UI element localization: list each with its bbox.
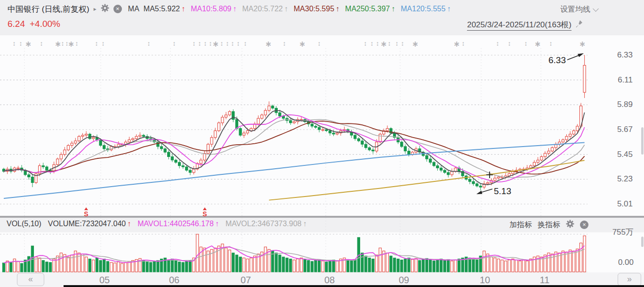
svg-text:↕: ↕	[524, 40, 528, 47]
set-ma-button[interactable]: 设置均线	[560, 5, 598, 15]
ma-group-label: MA	[128, 5, 139, 13]
right-scrollbar-thumb-2[interactable]	[641, 237, 644, 247]
scroll-left-button[interactable]: «	[17, 273, 44, 286]
chart-canvas[interactable]: ↕↕∗↕∗↕↕∗↕↕↕↕↕↕↕↕↕∗↕↕↕↕↕∗↕∗↕↕↕↕∗↕↕↕∗∗↕↕↕↕…	[0, 0, 644, 287]
price-axis-label: 6.11	[618, 75, 633, 85]
svg-text:S: S	[84, 210, 88, 218]
svg-text:∗: ∗	[265, 40, 272, 49]
vol-indicator-item: MAVOL2:3467373.908↑	[225, 220, 307, 228]
month-label: 07	[241, 275, 251, 286]
price-axis-label: 5.89	[617, 100, 633, 109]
vol-indicator-item: VOLUME:7232047.040↑	[48, 220, 131, 228]
ma-values-row: MA5:5.922↑MA10:5.809↑MA20:5.722↑MA30:5.5…	[144, 5, 452, 13]
svg-text:∗: ∗	[380, 40, 387, 49]
svg-text:↕: ↕	[40, 40, 43, 47]
ma-item: MA250:5.397↑	[345, 5, 395, 13]
svg-text:∗: ∗	[68, 40, 74, 49]
set-ma-label: 设置均线	[560, 5, 590, 15]
switch-indicator-button[interactable]: 换指标	[538, 220, 560, 230]
date-range-link[interactable]: 2025/3/24-2025/11/20(163根)	[467, 19, 572, 31]
svg-text:S: S	[202, 210, 207, 218]
svg-text:∗: ∗	[579, 40, 586, 49]
vol-close-icon[interactable]: ×	[580, 221, 588, 229]
ma-item: MA10:5.809↑	[191, 5, 236, 13]
gear-icon[interactable]	[101, 4, 109, 14]
volume-indicator-row: VOL(5,10)VOLUME:7232047.040↑MAVOL1:44025…	[7, 220, 306, 228]
svg-text:↕: ↕	[95, 40, 98, 47]
svg-text:↕: ↕	[237, 40, 240, 47]
ma-item: MA20:5.722↑	[242, 5, 288, 13]
svg-text:↕: ↕	[462, 40, 465, 47]
ma-item: MA30:5.595↑	[294, 5, 339, 13]
add-indicator-button[interactable]: 加指标	[509, 220, 532, 230]
bottom-bar	[64, 285, 644, 287]
svg-text:↕: ↕	[549, 40, 553, 47]
vol-indicator-item: VOL(5,10)	[7, 220, 41, 228]
svg-text:↕: ↕	[496, 40, 499, 47]
svg-text:∗: ∗	[55, 40, 61, 49]
volume-axis-label: 755万	[612, 227, 634, 238]
svg-text:∗: ∗	[299, 40, 306, 49]
month-label: 06	[169, 275, 179, 286]
price-axis-label: 6.33	[617, 50, 633, 60]
svg-text:↕: ↕	[13, 40, 16, 47]
svg-text:↕: ↕	[220, 40, 224, 47]
svg-text:↕: ↕	[318, 40, 321, 47]
svg-text:↕: ↕	[283, 40, 286, 47]
svg-text:↕: ↕	[204, 40, 207, 47]
svg-text:↕: ↕	[75, 40, 79, 47]
svg-text:↕: ↕	[226, 40, 229, 47]
price-axis-label: 5.67	[617, 125, 633, 134]
month-label: 09	[399, 275, 409, 286]
svg-text:∗: ∗	[25, 40, 32, 49]
chevron-down-icon	[593, 6, 599, 12]
page-title: 中国银行 (日线,前复权)	[8, 4, 89, 15]
ma-item: MA120:5.555↑	[401, 5, 451, 13]
svg-text:↕: ↕	[244, 40, 247, 47]
svg-text:↕: ↕	[102, 40, 105, 47]
svg-text:↕: ↕	[193, 40, 196, 47]
caret-icon[interactable]: ▸	[94, 6, 97, 12]
volume-toolbar: 加指标 换指标 ×	[509, 220, 588, 230]
vol-gear-icon[interactable]	[566, 220, 574, 230]
svg-text:↕: ↕	[395, 40, 399, 47]
svg-text:↕: ↕	[376, 40, 379, 47]
month-label: 10	[480, 275, 490, 286]
volume-series	[2, 234, 586, 272]
pin-icon[interactable]	[574, 19, 584, 31]
svg-text:∗: ∗	[412, 40, 419, 49]
stock-chart-app: ↕↕∗↕∗↕↕∗↕↕↕↕↕↕↕↕↕∗↕↕↕↕↕∗↕∗↕↕↕↕∗↕↕↕∗∗↕↕↕↕…	[0, 0, 644, 287]
annotations: 6.335.13	[476, 53, 584, 196]
ma-item: MA5:5.922↑	[144, 5, 185, 13]
svg-text:↕: ↕	[388, 40, 391, 47]
chart-toolbar: 中国银行 (日线,前复权) ▸ × MA MA5:5.922↑MA10:5.80…	[8, 3, 451, 15]
right-scrollbar-thumb[interactable]	[641, 127, 644, 155]
svg-text:↕: ↕	[173, 40, 176, 47]
svg-text:↕: ↕	[401, 40, 404, 47]
scroll-right-button[interactable]: »	[618, 273, 641, 286]
svg-text:↕: ↕	[61, 40, 64, 47]
volume-axis-label: 0.00	[618, 258, 634, 267]
change-percent: +4.00%	[30, 19, 60, 29]
price-axis-label: 5.01	[617, 199, 633, 209]
price-axis-label: 5.23	[617, 174, 633, 184]
gridlines	[0, 48, 588, 272]
price-axis-label: 5.45	[617, 150, 633, 159]
candlestick-series	[2, 55, 586, 190]
price-row: 6.24 +4.00%	[8, 19, 60, 29]
svg-text:↕: ↕	[147, 40, 151, 47]
svg-text:↕: ↕	[364, 40, 367, 47]
last-price: 6.24	[8, 19, 25, 29]
svg-text:↕: ↕	[370, 40, 374, 47]
svg-text:∗: ∗	[212, 40, 219, 49]
month-label: 11	[540, 275, 550, 286]
date-range-control: 2025/3/24-2025/11/20(163根)	[467, 19, 584, 31]
svg-text:∗: ∗	[453, 40, 460, 49]
svg-text:↕: ↕	[198, 40, 201, 47]
close-icon[interactable]: ×	[113, 5, 122, 13]
svg-text:↕: ↕	[19, 40, 23, 47]
svg-text:5.13: 5.13	[494, 186, 511, 196]
svg-text:∗: ∗	[534, 40, 541, 49]
svg-text:↕: ↕	[231, 40, 234, 47]
svg-text:6.33: 6.33	[548, 55, 566, 65]
